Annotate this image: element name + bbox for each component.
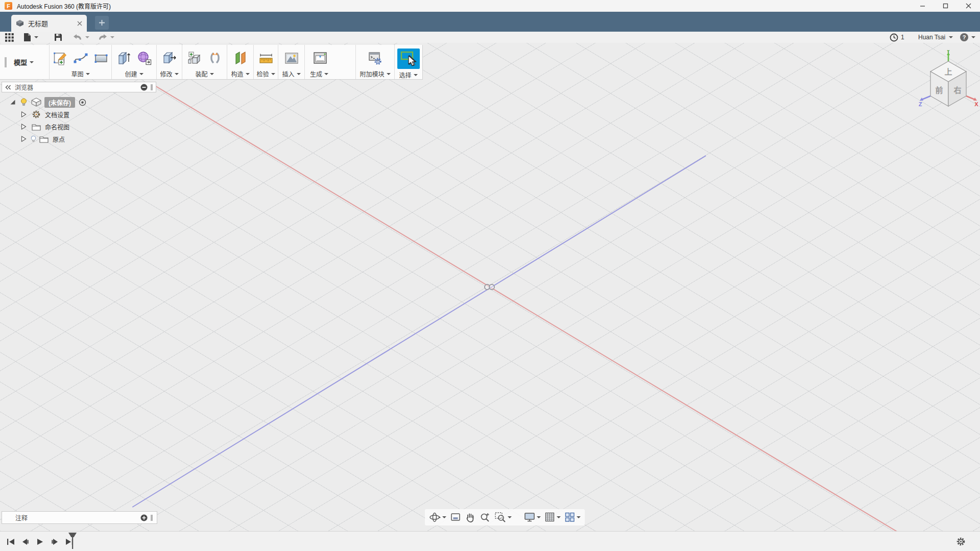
viewports-menu-caret[interactable] bbox=[577, 516, 581, 518]
ribbon-group-select-menu[interactable]: 选择 bbox=[399, 70, 417, 79]
extrude-icon bbox=[116, 51, 132, 66]
notifications-button[interactable]: 1 bbox=[890, 32, 904, 43]
tree-row-document-settings[interactable]: 文档设置 bbox=[2, 108, 156, 121]
remove-panel-icon[interactable] bbox=[140, 84, 148, 91]
orbit-menu-caret[interactable] bbox=[442, 516, 446, 518]
group-label: 插入 bbox=[282, 69, 294, 78]
display-menu-caret[interactable] bbox=[537, 516, 541, 518]
activate-target-icon[interactable] bbox=[79, 99, 86, 106]
zoom-window-button[interactable] bbox=[494, 512, 512, 523]
toolbar-grip[interactable] bbox=[5, 57, 7, 67]
ribbon-group-addins-menu[interactable]: 附加模块 bbox=[360, 69, 390, 78]
rectangle-button[interactable] bbox=[91, 49, 111, 68]
addins-button[interactable] bbox=[365, 49, 386, 68]
collapsed-arrow-icon[interactable] bbox=[21, 111, 27, 117]
close-window-button[interactable] bbox=[957, 0, 980, 12]
collapsed-arrow-icon[interactable] bbox=[21, 136, 27, 142]
ribbon-group-make-menu[interactable]: 生成 bbox=[310, 69, 328, 78]
maximize-button[interactable] bbox=[934, 0, 957, 12]
user-menu-button[interactable]: Huan Tsai bbox=[918, 32, 953, 43]
tree-row-root[interactable]: (未保存) bbox=[2, 96, 156, 108]
new-tab-icon bbox=[99, 19, 105, 26]
group-caret bbox=[175, 73, 179, 75]
skip-start-icon bbox=[6, 538, 15, 546]
grid-menu-caret[interactable] bbox=[557, 516, 561, 518]
browser-header[interactable]: 浏览器 bbox=[2, 82, 156, 92]
group-caret bbox=[139, 73, 144, 75]
folder-icon bbox=[32, 123, 41, 131]
application-toolbar: 1 Huan Tsai ? bbox=[0, 32, 980, 43]
minimize-button[interactable] bbox=[911, 0, 934, 12]
comment-bar[interactable]: 注释 bbox=[2, 511, 157, 524]
timeline-marker[interactable] bbox=[68, 532, 77, 549]
zoom-window-icon bbox=[494, 512, 507, 523]
pan-button[interactable] bbox=[465, 512, 476, 523]
spline-button[interactable] bbox=[70, 49, 91, 68]
zoom-button[interactable] bbox=[480, 512, 491, 523]
viewports-button[interactable] bbox=[564, 512, 581, 523]
new-component-button[interactable] bbox=[184, 49, 205, 68]
zoom-window-menu-caret[interactable] bbox=[508, 516, 512, 518]
ribbon-group-create-menu[interactable]: 创建 bbox=[125, 69, 143, 78]
insert-canvas-button[interactable] bbox=[281, 49, 302, 68]
timeline-step-forward-button[interactable] bbox=[50, 537, 60, 547]
group-label: 创建 bbox=[125, 69, 137, 78]
timeline-step-back-button[interactable] bbox=[20, 537, 30, 547]
timeline-skip-start-button[interactable] bbox=[5, 537, 15, 547]
app-grid-menu-button[interactable] bbox=[5, 32, 14, 43]
create-form-button[interactable] bbox=[134, 49, 155, 68]
collapsed-arrow-icon[interactable] bbox=[21, 124, 27, 130]
create-sketch-button[interactable] bbox=[50, 49, 70, 68]
ribbon-group-create: 创建 bbox=[111, 45, 156, 79]
ribbon-group-sketch-menu[interactable]: 草图 bbox=[71, 69, 89, 78]
view-cube[interactable]: 上 前 右 Y Z X bbox=[917, 50, 980, 111]
make-3d-print-button[interactable] bbox=[310, 49, 330, 68]
joint-button[interactable] bbox=[205, 49, 225, 68]
undo-button[interactable] bbox=[73, 32, 89, 43]
group-label: 检验 bbox=[256, 69, 269, 78]
display-settings-button[interactable] bbox=[524, 512, 541, 523]
timeline-play-button[interactable] bbox=[35, 537, 45, 547]
ribbon-group-modify-menu[interactable]: 修改 bbox=[160, 69, 178, 78]
ribbon-group-construct-menu[interactable]: 构造 bbox=[231, 69, 249, 78]
timeline-settings-button[interactable] bbox=[956, 537, 966, 546]
tree-row-named-views[interactable]: 命名视图 bbox=[2, 121, 156, 133]
visibility-bulb-off-icon[interactable] bbox=[31, 135, 36, 143]
extrude-button[interactable] bbox=[114, 49, 134, 68]
ribbon-group-insert: 插入 bbox=[278, 45, 304, 79]
expanded-arrow-icon[interactable] bbox=[10, 99, 16, 105]
viewcube-face-front: 前 bbox=[935, 86, 943, 94]
press-pull-button[interactable] bbox=[159, 49, 180, 68]
collapse-panel-icon[interactable] bbox=[5, 85, 11, 90]
origin-marker[interactable] bbox=[489, 284, 495, 290]
measure-button[interactable] bbox=[256, 49, 276, 68]
document-tab[interactable]: 无标题 bbox=[11, 15, 87, 32]
root-document-name[interactable]: (未保存) bbox=[44, 97, 75, 108]
ribbon-toolbar: 模型 bbox=[0, 45, 423, 80]
redo-menu-caret[interactable] bbox=[110, 36, 114, 38]
grid-snap-button[interactable] bbox=[544, 512, 561, 523]
add-comment-icon[interactable] bbox=[140, 514, 148, 521]
visibility-bulb-icon[interactable] bbox=[20, 98, 27, 107]
close-tab-icon[interactable] bbox=[77, 21, 82, 26]
save-button[interactable] bbox=[54, 32, 62, 43]
ribbon-group-assemble: 装配 bbox=[182, 45, 227, 79]
new-tab-button[interactable] bbox=[95, 16, 109, 30]
file-menu-button[interactable] bbox=[23, 32, 38, 43]
y-axis-label: Y bbox=[946, 50, 950, 54]
document-cube-icon bbox=[16, 19, 24, 27]
redo-button[interactable] bbox=[98, 32, 114, 43]
ribbon-group-inspect-menu[interactable]: 检验 bbox=[256, 69, 275, 78]
panel-drag-handle[interactable] bbox=[151, 515, 153, 521]
panel-drag-handle[interactable] bbox=[151, 84, 153, 90]
browser-tree: (未保存) 文档设置 命名视图 bbox=[2, 96, 156, 145]
look-at-button[interactable] bbox=[450, 512, 461, 523]
orbit-button[interactable] bbox=[429, 512, 446, 523]
undo-menu-caret[interactable] bbox=[85, 36, 89, 38]
help-menu-button[interactable]: ? bbox=[960, 32, 975, 43]
workspace-selector[interactable]: 模型 bbox=[14, 57, 34, 67]
construction-plane-button[interactable] bbox=[230, 49, 251, 68]
ribbon-group-insert-menu[interactable]: 插入 bbox=[282, 69, 300, 78]
ribbon-group-assemble-menu[interactable]: 装配 bbox=[195, 69, 213, 78]
tree-row-origin[interactable]: 原点 bbox=[2, 133, 156, 145]
